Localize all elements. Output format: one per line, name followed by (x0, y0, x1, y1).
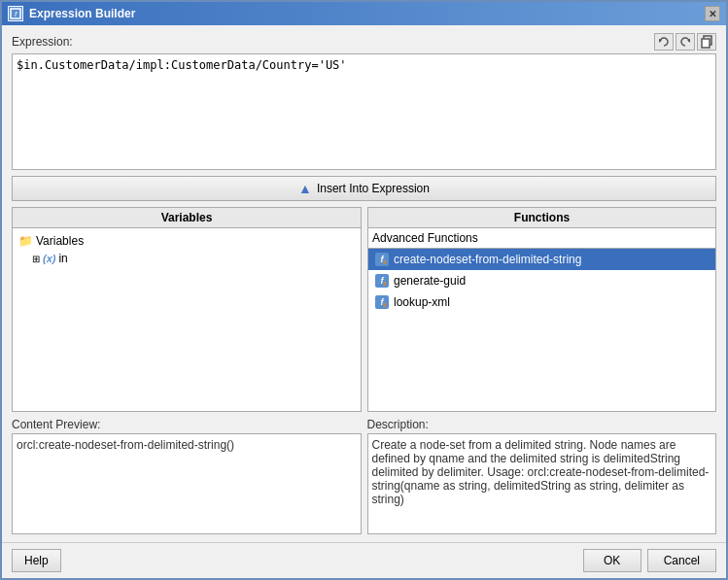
folder-icon: 📁 (18, 234, 33, 248)
functions-dropdown-container: Advanced Functions String Functions Math… (367, 227, 716, 249)
ok-button[interactable]: OK (583, 549, 641, 572)
content-preview-panel: Content Preview: orcl:create-nodeset-fro… (12, 418, 362, 534)
variables-tree[interactable]: 📁 Variables ⊞ (x) in (12, 227, 362, 412)
variables-panel: Variables 📁 Variables ⊞ (x) in (12, 207, 362, 412)
var-icon: (x) (43, 253, 55, 264)
variables-folder-label: Variables (36, 234, 84, 248)
insert-arrow-icon: ▲ (298, 181, 312, 196)
undo-button[interactable] (654, 33, 674, 51)
expression-label: Expression: (12, 35, 73, 49)
copy-button[interactable] (697, 33, 716, 51)
in-var-label: in (58, 252, 67, 265)
svg-marker-3 (687, 39, 690, 43)
insert-into-expression-button[interactable]: ▲ Insert Into Expression (12, 176, 716, 201)
content-preview-value: orcl:create-nodeset-from-delimited-strin… (12, 433, 362, 534)
expression-textarea[interactable]: $in.CustomerData/impl:CustomerData/Count… (12, 53, 716, 170)
functions-list[interactable]: f 0 create-nodeset-from-delimited-string… (367, 249, 716, 412)
function-label-create-nodeset: create-nodeset-from-delimited-string (394, 253, 581, 266)
svg-text:f: f (15, 10, 17, 18)
footer: Help OK Cancel (2, 542, 726, 578)
close-button[interactable]: ✕ (705, 6, 720, 21)
description-panel: Description: Create a node-set from a de… (367, 418, 717, 534)
tree-in-var[interactable]: ⊞ (x) in (17, 250, 357, 267)
svg-rect-5 (702, 39, 710, 48)
function-item-create-nodeset[interactable]: f 0 create-nodeset-from-delimited-string (368, 249, 715, 270)
function-label-generate-guid: generate-guid (394, 274, 466, 288)
redo-button[interactable] (676, 33, 695, 51)
content-preview-label: Content Preview: (12, 418, 362, 431)
functions-panel: Functions Advanced Functions String Func… (367, 207, 716, 412)
help-button[interactable]: Help (12, 549, 61, 572)
cancel-button[interactable]: Cancel (647, 549, 716, 572)
insert-btn-label: Insert Into Expression (317, 182, 430, 195)
description-value: Create a node-set from a delimited strin… (367, 433, 717, 534)
functions-dropdown[interactable]: Advanced Functions String Functions Math… (367, 227, 716, 249)
description-label: Description: (367, 418, 717, 431)
title-bar: f Expression Builder ✕ (2, 2, 726, 25)
functions-panel-header: Functions (367, 207, 716, 227)
function-icon-generate-guid: f 0 (374, 273, 390, 289)
expression-builder-window: f Expression Builder ✕ Expression: (0, 0, 728, 580)
function-label-lookup-xml: lookup-xml (394, 295, 450, 309)
window-icon: f (8, 6, 23, 21)
function-icon-lookup-xml: f 0 (374, 294, 390, 310)
function-item-lookup-xml[interactable]: f 0 lookup-xml (368, 291, 715, 313)
expand-icon[interactable]: ⊞ (32, 254, 40, 264)
tree-variables-folder[interactable]: 📁 Variables (17, 232, 357, 250)
window-title: Expression Builder (29, 7, 135, 20)
function-item-generate-guid[interactable]: f 0 generate-guid (368, 270, 715, 291)
variables-panel-header: Variables (12, 207, 362, 227)
function-icon-create-nodeset: f 0 (374, 252, 390, 267)
